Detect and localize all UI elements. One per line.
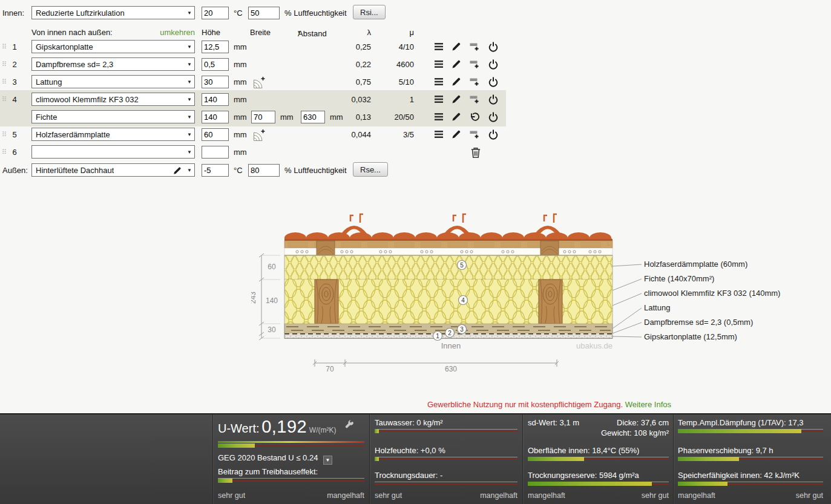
layer-menu-icon[interactable] [433, 94, 445, 106]
edit-pencil-icon[interactable] [172, 166, 182, 175]
trocknungsreserve-label: Trocknungsreserve: 5984 g/m²a [528, 471, 669, 482]
results-panel: U-Wert: 0,192 W/(m²K) GEG 2020 Bestand U… [0, 413, 831, 504]
edit-pencil-icon[interactable] [451, 129, 463, 141]
tauwasser-label: Tauwasser: 0 kg/m² [375, 418, 517, 430]
toggle-layer-power-icon[interactable] [488, 129, 500, 141]
reverse-direction-link[interactable]: umkehren [31, 28, 195, 37]
callout-klemmfilz: climowool Klemmfilz KF3 032 (140mm) [644, 289, 780, 298]
outer-temperature-input[interactable] [202, 164, 229, 177]
rsi-button[interactable]: Rsi... [353, 5, 386, 19]
layer-material-select[interactable]: ▼ [31, 145, 195, 159]
mu-value: 4600 [375, 60, 414, 69]
oberflaeche-label: Oberfläche innen: 18,4°C (55%) [528, 446, 669, 457]
insert-layer-icon[interactable] [469, 76, 481, 88]
edit-pencil-icon[interactable] [451, 111, 463, 123]
drag-handle-icon[interactable]: ⠿ [2, 79, 7, 85]
phase-meter [678, 457, 823, 461]
mu-value: 4/10 [375, 42, 414, 51]
layer-material-select[interactable]: Dampfbremse sd= 2,3 ▼ [31, 57, 195, 71]
undo-icon[interactable] [469, 111, 481, 123]
wood-section-icon[interactable] [252, 76, 266, 89]
layer-menu-icon[interactable] [433, 59, 445, 71]
toggle-layer-power-icon[interactable] [488, 59, 500, 71]
layer-material-value: Dampfbremse sd= 2,3 [36, 60, 113, 69]
uwert-unit: W/(m²K) [309, 426, 337, 434]
layer-material-select[interactable]: Fichte ▼ [31, 110, 195, 123]
layer-material-select[interactable]: climowool Klemmfilz KF3 032 ▼ [31, 93, 195, 106]
layer-height-input[interactable] [202, 128, 229, 141]
drag-handle-icon[interactable]: ⠿ [2, 96, 7, 103]
weitere-infos-link[interactable]: Weitere Infos [625, 400, 671, 409]
dim-bottom-layer: 30 [268, 326, 276, 334]
scale-good-label: sehr gut [642, 491, 669, 500]
layer-width-input[interactable] [251, 111, 275, 123]
mm-label: mm [234, 95, 247, 104]
inner-humidity-input[interactable] [248, 7, 280, 19]
layer-material-select[interactable]: Gipskartonplatte ▼ [31, 40, 195, 53]
outer-material-value: Hinterlüftete Dachhaut [36, 166, 114, 175]
insert-layer-icon[interactable] [469, 41, 481, 53]
wood-section-icon[interactable] [252, 128, 266, 142]
lambda-value: 0,13 [323, 113, 371, 122]
drag-handle-icon[interactable]: ⠿ [2, 131, 7, 138]
outer-material-select[interactable]: Hinterlüftete Dachhaut ▼ [31, 163, 195, 177]
daempfung-meter [678, 429, 823, 433]
drag-handle-icon[interactable]: ⠿ [2, 61, 7, 68]
toggle-layer-power-icon[interactable] [488, 94, 500, 106]
layer-row-4: ⠿ 4 climowool Klemmfilz KF3 032 ▼ mm 0,0… [0, 91, 508, 109]
layer-spacing-input[interactable] [301, 111, 325, 123]
callout-dampfbremse: Dampfbremse sd= 2,3 (0,5mm) [644, 318, 753, 327]
drag-handle-icon[interactable]: ⠿ [2, 149, 7, 155]
toggle-layer-power-icon[interactable] [488, 111, 500, 123]
dim-rafter-spacing: 630 [445, 365, 457, 373]
layer-menu-icon[interactable] [433, 111, 445, 123]
toggle-layer-power-icon[interactable] [488, 76, 500, 88]
inner-material-select[interactable]: Reduzierte Luftzirkulation ▼ [31, 6, 195, 19]
quality-scale: mangelhaft sehr gut [528, 491, 669, 500]
mu-value: 1 [375, 95, 414, 104]
edit-pencil-icon[interactable] [451, 76, 463, 88]
toggle-layer-power-icon[interactable] [488, 41, 500, 53]
layer-height-input[interactable] [202, 146, 229, 159]
rse-button[interactable]: Rse... [353, 162, 388, 177]
layer-marker: 1 [433, 332, 442, 341]
layer-menu-icon[interactable] [433, 41, 445, 53]
svg-text:1: 1 [436, 333, 439, 339]
drag-handle-icon[interactable]: ⠿ [2, 44, 7, 50]
wrench-icon[interactable] [344, 420, 354, 431]
layer-material-value: Gipskartonplatte [36, 42, 93, 51]
inner-temperature-input[interactable] [202, 7, 229, 19]
outer-boundary-row: Außen: Hinterlüftete Dachhaut ▼ °C % Luf… [0, 162, 508, 180]
svg-text:4: 4 [461, 297, 465, 304]
layer-height-input[interactable] [202, 41, 229, 53]
insert-layer-icon[interactable] [469, 59, 481, 71]
insert-layer-icon[interactable] [469, 94, 481, 106]
layer-height-input[interactable] [202, 93, 229, 106]
layer-height-input[interactable] [202, 111, 229, 123]
layer-material-select[interactable]: Holzfaserdämmplatte ▼ [31, 128, 195, 141]
edit-pencil-icon[interactable] [451, 94, 463, 106]
scale-good-label: sehr gut [796, 491, 823, 500]
insert-layer-icon[interactable] [469, 129, 481, 141]
panel-divider [212, 414, 213, 504]
lambda-value: 0,25 [323, 42, 371, 51]
moisture-column: Tauwasser: 0 kg/m² Holzfeuchte: +0,0 % T… [375, 414, 517, 504]
panel-divider [369, 414, 370, 504]
layer-row-4-wood: Fichte ▼ mm mm mm 0,13 20/50 [0, 109, 508, 126]
layer-height-input[interactable] [202, 76, 229, 88]
edit-pencil-icon[interactable] [451, 41, 463, 53]
edit-pencil-icon[interactable] [451, 59, 463, 71]
layer-menu-icon[interactable] [433, 76, 445, 88]
svg-text:3: 3 [460, 326, 464, 333]
geg-dropdown[interactable]: ▼ [323, 456, 332, 465]
mm-label: mm [234, 113, 247, 122]
trash-icon[interactable] [469, 146, 482, 159]
layer-material-select[interactable]: Lattung ▼ [31, 75, 195, 88]
layer-row-3: ⠿ 3 Lattung ▼ mm 0,75 5/10 [0, 74, 508, 91]
dim-top-layer: 60 [268, 263, 276, 271]
outer-humidity-input[interactable] [248, 164, 280, 177]
layer-menu-icon[interactable] [433, 129, 445, 141]
layer-marker: 3 [458, 325, 467, 334]
svg-text:5: 5 [460, 262, 464, 269]
layer-height-input[interactable] [202, 58, 229, 71]
